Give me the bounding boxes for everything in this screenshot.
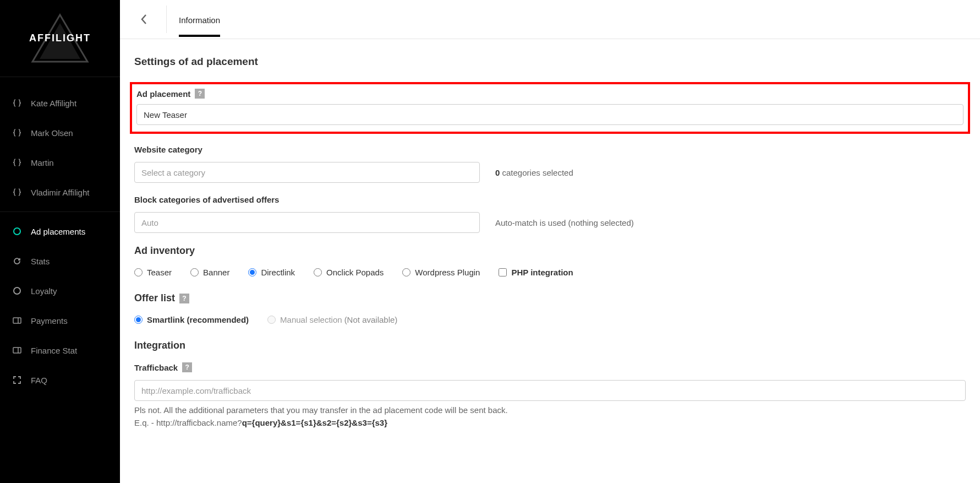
radio-smartlink[interactable]: Smartlink (recommended) bbox=[134, 315, 249, 324]
page-title: Settings of ad placement bbox=[134, 56, 966, 68]
ad-placement-highlight: Ad placement ? bbox=[130, 82, 970, 134]
checkbox-php[interactable]: PHP integration bbox=[499, 268, 573, 277]
tab-divider bbox=[166, 6, 167, 33]
card-icon bbox=[12, 345, 22, 355]
block-categories-label: Block categories of advertised offers bbox=[134, 195, 966, 204]
radio-wordpress[interactable]: Wordpress Plugin bbox=[402, 268, 480, 277]
trafficback-note: Pls not. All the additional parameters t… bbox=[134, 404, 966, 429]
sidebar-item-label: Finance Stat bbox=[31, 346, 77, 355]
chevron-left-icon bbox=[140, 13, 148, 25]
logo-text: AFFILIGHT bbox=[29, 32, 91, 44]
svg-point-3 bbox=[14, 287, 20, 294]
circle-icon bbox=[12, 286, 22, 296]
braces-icon bbox=[12, 98, 22, 108]
braces-icon bbox=[12, 187, 22, 197]
nav: Kate Affilight Mark Olsen Martin Vladimi… bbox=[0, 77, 120, 395]
block-categories-hint: Auto-match is used (nothing selected) bbox=[495, 218, 634, 227]
sidebar: AFFILIGHT Kate Affilight Mark Olsen Mart… bbox=[0, 0, 120, 483]
sidebar-item-label: Martin bbox=[31, 158, 54, 167]
main: Information Settings of ad placement Ad … bbox=[120, 0, 980, 483]
ad-placement-input[interactable] bbox=[136, 104, 963, 125]
expand-icon bbox=[12, 375, 22, 385]
circle-open-icon bbox=[12, 226, 22, 236]
sidebar-item-label: Vladimir Affilight bbox=[31, 188, 89, 197]
label-text: Trafficback bbox=[134, 363, 178, 372]
content: Settings of ad placement Ad placement ? … bbox=[120, 39, 980, 451]
block-categories-select[interactable] bbox=[134, 212, 480, 233]
sidebar-item-label: Loyalty bbox=[31, 286, 57, 296]
radio-input[interactable] bbox=[134, 268, 143, 276]
trafficback-label: Trafficback ? bbox=[134, 362, 966, 372]
note-line2-prefix: E.q. - http://trafficback.name? bbox=[134, 418, 242, 427]
logo-area: AFFILIGHT bbox=[0, 0, 120, 77]
not-available-text: (Not available) bbox=[344, 315, 398, 324]
sidebar-item-finance-stat[interactable]: Finance Stat bbox=[0, 335, 120, 365]
sidebar-item-label: Stats bbox=[31, 257, 50, 266]
sidebar-item-label: Ad placements bbox=[31, 227, 85, 236]
braces-icon bbox=[12, 128, 22, 138]
sidebar-item-kate[interactable]: Kate Affilight bbox=[0, 88, 120, 118]
checkbox-label: PHP integration bbox=[511, 268, 573, 277]
tab-label: Information bbox=[179, 15, 220, 25]
sidebar-item-payments[interactable]: Payments bbox=[0, 306, 120, 335]
radio-label: Directlink bbox=[261, 268, 295, 277]
radio-label: Teaser bbox=[147, 268, 172, 277]
radio-teaser[interactable]: Teaser bbox=[134, 268, 172, 277]
help-icon[interactable]: ? bbox=[182, 362, 192, 372]
svg-rect-6 bbox=[13, 348, 21, 353]
sidebar-item-label: Kate Affilight bbox=[31, 99, 76, 108]
category-count-text: categories selected bbox=[500, 168, 573, 177]
svg-point-2 bbox=[14, 228, 20, 235]
integration-title: Integration bbox=[134, 340, 966, 351]
sidebar-item-vladimir[interactable]: Vladimir Affilight bbox=[0, 177, 120, 207]
radio-label: Wordpress Plugin bbox=[415, 268, 480, 277]
sidebar-item-faq[interactable]: FAQ bbox=[0, 365, 120, 395]
radio-label: Banner bbox=[203, 268, 229, 277]
sidebar-item-martin[interactable]: Martin bbox=[0, 148, 120, 177]
offer-list-title: Offer list ? bbox=[134, 292, 966, 304]
website-category-select[interactable] bbox=[134, 162, 480, 183]
card-icon bbox=[12, 316, 22, 325]
website-category-hint: 0 categories selected bbox=[495, 168, 573, 177]
braces-icon bbox=[12, 158, 22, 167]
topbar: Information bbox=[120, 0, 980, 39]
sidebar-item-label: Payments bbox=[31, 316, 68, 325]
note-line1: Pls not. All the additional parameters t… bbox=[134, 404, 966, 417]
radio-directlink[interactable]: Directlink bbox=[248, 268, 295, 277]
sidebar-item-mark[interactable]: Mark Olsen bbox=[0, 118, 120, 148]
radio-label: Manual selection bbox=[280, 315, 342, 324]
sidebar-item-label: FAQ bbox=[31, 376, 47, 385]
nav-separator bbox=[0, 211, 120, 212]
back-button[interactable] bbox=[134, 9, 154, 29]
sidebar-item-ad-placements[interactable]: Ad placements bbox=[0, 216, 120, 246]
help-icon[interactable]: ? bbox=[195, 89, 205, 99]
radio-input[interactable] bbox=[134, 316, 143, 324]
label-text: Ad placement bbox=[136, 89, 190, 99]
radio-input[interactable] bbox=[190, 268, 199, 276]
note-line2: E.q. - http://trafficback.name?q={query}… bbox=[134, 417, 966, 430]
note-line2-query: q={query}&s1={s1}&s2={s2}&s3={s3} bbox=[242, 418, 387, 427]
trafficback-input[interactable] bbox=[134, 380, 966, 401]
checkbox-input[interactable] bbox=[499, 268, 507, 276]
ad-inventory-title: Ad inventory bbox=[134, 245, 966, 257]
logo[interactable]: AFFILIGHT bbox=[30, 12, 90, 64]
ad-inventory-options: Teaser Banner Directlink Onclick Popads … bbox=[134, 268, 966, 277]
radio-input[interactable] bbox=[248, 268, 256, 276]
ad-placement-label: Ad placement ? bbox=[136, 89, 963, 99]
radio-label: Onclick Popads bbox=[326, 268, 384, 277]
radio-label: Smartlink (recommended) bbox=[147, 315, 249, 324]
tab-information[interactable]: Information bbox=[179, 2, 220, 37]
radio-banner[interactable]: Banner bbox=[190, 268, 229, 277]
radio-input bbox=[267, 316, 276, 324]
svg-rect-4 bbox=[13, 318, 21, 323]
radio-input[interactable] bbox=[402, 268, 410, 276]
radio-manual: Manual selection (Not available) bbox=[267, 315, 397, 324]
radio-input[interactable] bbox=[314, 268, 322, 276]
sidebar-item-stats[interactable]: Stats bbox=[0, 246, 120, 276]
sidebar-item-loyalty[interactable]: Loyalty bbox=[0, 276, 120, 306]
radio-onclick[interactable]: Onclick Popads bbox=[314, 268, 384, 277]
title-text: Offer list bbox=[134, 292, 175, 304]
help-icon[interactable]: ? bbox=[179, 294, 189, 303]
refresh-icon bbox=[12, 256, 22, 266]
sidebar-item-label: Mark Olsen bbox=[31, 128, 73, 138]
